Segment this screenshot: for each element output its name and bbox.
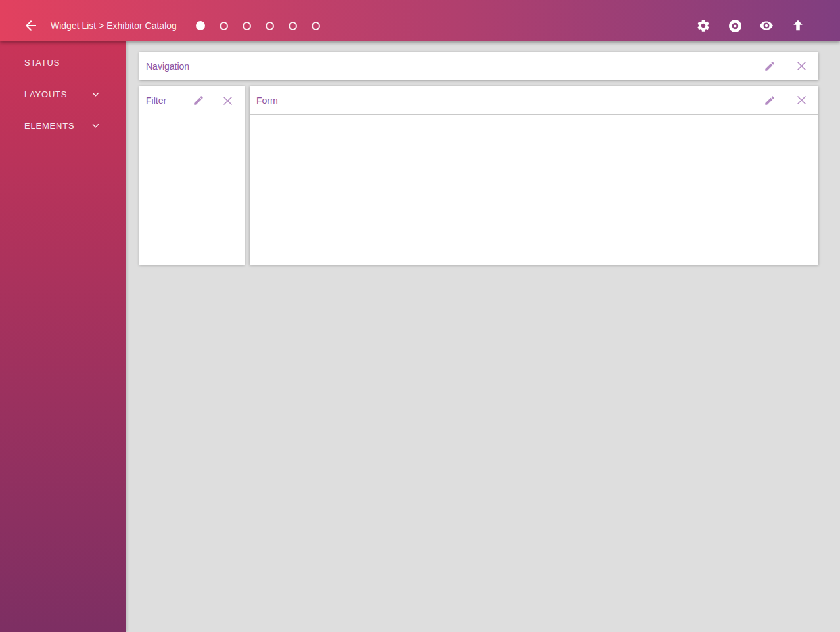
sidebar-item-label: LAYOUTS bbox=[24, 89, 67, 99]
step-dot-5[interactable] bbox=[289, 22, 297, 30]
sidebar-item-elements[interactable]: ELEMENTS bbox=[0, 110, 126, 141]
edit-button[interactable] bbox=[191, 93, 206, 108]
settings-button[interactable] bbox=[695, 18, 711, 34]
upload-icon bbox=[791, 18, 805, 33]
step-dot-1[interactable] bbox=[196, 21, 205, 30]
panel-header: Form bbox=[250, 86, 818, 115]
sidebar-item-layouts[interactable]: LAYOUTS bbox=[0, 78, 126, 110]
close-button[interactable] bbox=[793, 93, 809, 108]
breadcrumb: Widget List > Exhibitor Catalog bbox=[51, 20, 177, 31]
chevron-down-icon bbox=[91, 121, 101, 131]
panel-header: Filter bbox=[139, 86, 245, 115]
step-dot-6[interactable] bbox=[312, 22, 320, 30]
panel-title: Navigation bbox=[146, 61, 762, 72]
main-content: Navigation Filter bbox=[126, 41, 840, 632]
edit-button[interactable] bbox=[762, 93, 778, 108]
sidebar: STATUS LAYOUTS ELEMENTS bbox=[0, 41, 126, 632]
sidebar-item-status[interactable]: STATUS bbox=[0, 47, 126, 78]
step-dot-3[interactable] bbox=[243, 22, 251, 30]
sidebar-item-label: ELEMENTS bbox=[24, 121, 74, 131]
close-icon bbox=[795, 60, 808, 72]
pencil-icon bbox=[193, 95, 204, 106]
step-indicator bbox=[196, 21, 320, 30]
step-dot-2[interactable] bbox=[220, 22, 228, 30]
topbar: Widget List > Exhibitor Catalog bbox=[0, 0, 840, 41]
panel-actions bbox=[762, 93, 809, 108]
step-dot-4[interactable] bbox=[266, 22, 274, 30]
panel-actions bbox=[191, 93, 235, 108]
pencil-icon bbox=[764, 95, 776, 106]
panel-body bbox=[250, 115, 818, 265]
close-icon bbox=[795, 94, 808, 106]
eye-icon bbox=[758, 18, 774, 34]
panel-filter: Filter bbox=[139, 86, 245, 265]
arrow-left-icon bbox=[23, 18, 39, 34]
preview-button[interactable] bbox=[758, 18, 774, 34]
panel-navigation: Navigation bbox=[139, 52, 818, 80]
widget-row: Filter Form bbox=[139, 86, 818, 265]
panel-title: Form bbox=[256, 95, 762, 106]
topbar-actions bbox=[695, 18, 806, 34]
publish-button[interactable] bbox=[790, 18, 806, 34]
record-button[interactable] bbox=[727, 18, 743, 34]
panel-form: Form bbox=[250, 86, 818, 265]
close-button[interactable] bbox=[793, 58, 809, 74]
close-button[interactable] bbox=[220, 93, 235, 108]
sidebar-item-label: STATUS bbox=[24, 58, 60, 68]
panel-actions bbox=[762, 58, 809, 74]
close-icon bbox=[222, 95, 234, 107]
chevron-down-icon bbox=[91, 89, 101, 99]
edit-button[interactable] bbox=[762, 58, 778, 74]
pencil-icon bbox=[764, 60, 776, 72]
back-button[interactable] bbox=[23, 18, 39, 34]
record-icon bbox=[728, 18, 743, 34]
settings-icon bbox=[696, 18, 711, 33]
panel-title: Filter bbox=[146, 95, 191, 106]
